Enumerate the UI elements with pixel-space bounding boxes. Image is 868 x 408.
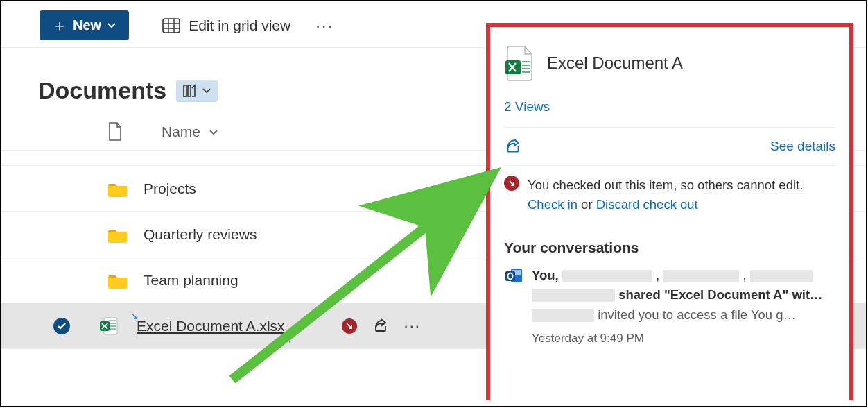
edit-grid-button[interactable]: Edit in grid view: [162, 17, 290, 34]
folder-icon: [107, 226, 128, 244]
svg-rect-0: [163, 19, 180, 33]
share-icon[interactable]: [504, 137, 522, 155]
conversation-timestamp: Yesterday at 9:49 PM: [532, 330, 823, 348]
chevron-down-icon: [202, 87, 211, 95]
checked-out-badge-icon: [504, 176, 519, 214]
more-commands-button[interactable]: ···: [315, 16, 333, 35]
item-name: Excel Document A.xlsx: [137, 318, 285, 334]
discard-checkout-link[interactable]: Discard check out: [596, 197, 698, 212]
edit-grid-label: Edit in grid view: [189, 17, 290, 34]
folder-icon: [107, 180, 128, 198]
new-button-label: New: [73, 17, 101, 33]
svg-rect-5: [184, 85, 186, 96]
panel-share-row: See details: [504, 128, 835, 166]
library-title: Documents: [38, 77, 166, 104]
plus-icon: ＋: [52, 18, 67, 33]
app-frame: ＋ New Edit in grid view ··· Documents: [0, 0, 867, 407]
checked-out-badge-icon: [342, 318, 357, 334]
grid-icon: [162, 18, 180, 33]
item-name: Quarterly reviews: [144, 226, 257, 243]
convo-invited: invited you to access a file You g…: [594, 307, 796, 322]
row-hover-actions: ···: [342, 317, 421, 335]
selected-check-icon[interactable]: [53, 318, 70, 334]
checkout-message: You checked out this item, so others can…: [504, 166, 835, 219]
check-in-link[interactable]: Check in: [528, 197, 578, 212]
folder-icon: [107, 271, 128, 289]
details-panel: Excel Document A 2 Views See details You…: [486, 23, 853, 400]
conversation-body: You, , , shared "Excel Document A" wit… …: [532, 266, 823, 348]
chevron-down-icon: [107, 21, 116, 31]
item-name: Team planning: [144, 272, 238, 289]
excel-file-icon: [99, 316, 119, 336]
see-details-link[interactable]: See details: [770, 139, 835, 154]
chevron-down-icon: [209, 128, 218, 137]
conversations-heading: Your conversations: [504, 239, 835, 256]
file-name-cell[interactable]: ↘ Excel Document A.xlsx ☝︎: [137, 318, 285, 334]
new-button[interactable]: ＋ New: [40, 10, 129, 40]
view-switcher[interactable]: [176, 80, 218, 102]
views-link[interactable]: 2 Views: [504, 99, 835, 128]
convo-shared: shared "Excel Document A" wit…: [618, 287, 822, 302]
file-type-column-icon[interactable]: [107, 122, 123, 142]
columns-icon: [183, 84, 198, 98]
or-text: or: [578, 197, 596, 212]
item-name: Projects: [144, 180, 196, 197]
conversation-item[interactable]: You, , , shared "Excel Document A" wit… …: [504, 266, 835, 348]
share-icon[interactable]: [372, 318, 389, 334]
convo-you: You,: [532, 268, 559, 282]
svg-rect-6: [188, 85, 191, 96]
more-item-actions[interactable]: ···: [404, 317, 421, 335]
excel-file-icon: [504, 45, 535, 81]
panel-header: Excel Document A: [504, 45, 835, 81]
outlook-icon: [504, 266, 523, 285]
panel-title: Excel Document A: [547, 53, 683, 73]
name-column-header[interactable]: Name: [162, 124, 218, 140]
checkout-text: You checked out this item, so others can…: [528, 178, 803, 192]
